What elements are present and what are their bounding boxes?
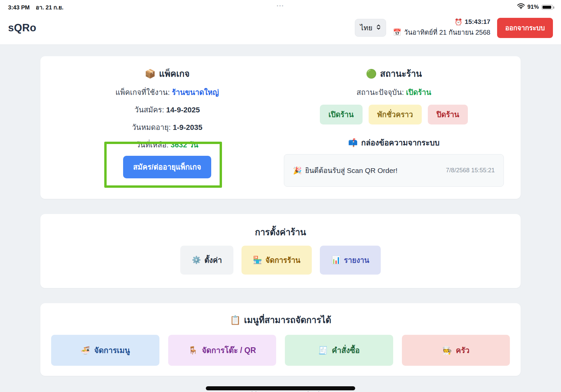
package-title: 📦 แพ็คเกจ xyxy=(54,68,280,80)
package-column: 📦 แพ็คเกจ แพ็คเกจที่ใช้งาน: ร้านขนาดใหญ่… xyxy=(54,68,280,187)
status-time: 3:43 PM xyxy=(8,4,30,11)
package-remaining-row: วันที่เหลือ: 3632 วัน xyxy=(54,140,280,150)
status-right: 91% xyxy=(517,3,553,11)
top-chrome: 3:43 PM อา. 21 ก.ย. ••• 91% xyxy=(0,0,561,45)
pause-store-button[interactable]: พักชั่วคราว xyxy=(369,105,422,124)
store-status-column: 🟢 สถานะร้าน สถานะปัจจุบัน: เปิดร้าน เปิด… xyxy=(280,68,507,187)
inbox-title: 📫 กล่องข้อความจากระบบ xyxy=(280,137,507,149)
package-start-value: 14-9-2025 xyxy=(166,106,200,114)
store-settings-buttons: ⚙️ ตั้งค่า 🏪 จัดการร้าน 📊 รายงาน xyxy=(54,246,507,275)
manageable-menus-title: 📋 เมนูที่สามารถจัดการได้ xyxy=(51,314,510,326)
app-logo: sQRo xyxy=(8,22,36,34)
close-store-button[interactable]: ปิดร้าน xyxy=(428,105,468,124)
language-select[interactable]: ไทย xyxy=(355,19,386,37)
header-right: ไทย ⏰ 15:43:17 📅 วันอา xyxy=(355,18,553,38)
system-message-body: ยินดีต้อนรับสู่ Scan QR Order! xyxy=(305,165,398,176)
logout-button[interactable]: ออกจากระบบ xyxy=(497,18,553,38)
open-store-button[interactable]: เปิดร้าน xyxy=(320,105,363,124)
header-datetime: ⏰ 15:43:17 📅 วันอาทิตย์ที่ 21 กันยายน 25… xyxy=(393,18,490,38)
manageable-menus-title-text: เมนูที่สามารถจัดการได้ xyxy=(244,314,331,326)
green-circle-icon: 🟢 xyxy=(366,68,377,80)
package-active-value[interactable]: ร้านขนาดใหญ่ xyxy=(172,88,219,97)
gear-icon: ⚙️ xyxy=(192,256,201,264)
orders-button[interactable]: 🧾 คำสั่งซื้อ xyxy=(285,335,393,366)
battery-icon xyxy=(541,5,553,10)
alarm-clock-icon: ⏰ xyxy=(454,18,462,26)
package-remaining-value: 3632 วัน xyxy=(171,141,198,149)
home-indicator-handle[interactable] xyxy=(206,386,355,390)
manageable-menus-buttons: 🍜 จัดการเมนู 🪑 จัดการโต๊ะ / QR 🧾 คำสั่งซ… xyxy=(51,335,510,366)
system-message-text: 🎉 ยินดีต้อนรับสู่ Scan QR Order! xyxy=(293,165,398,176)
wifi-icon xyxy=(517,3,525,11)
ios-status-bar: 3:43 PM อา. 21 ก.ย. ••• 91% xyxy=(8,3,553,11)
package-status-card: 📦 แพ็คเกจ แพ็คเกจที่ใช้งาน: ร้านขนาดใหญ่… xyxy=(40,56,521,199)
store-status-title-text: สถานะร้าน xyxy=(380,68,422,80)
footer-credit: © Powered by Scan QR Order | © 2025 xyxy=(0,390,561,392)
store-status-title: 🟢 สถานะร้าน xyxy=(280,68,507,80)
manage-menu-button[interactable]: 🍜 จัดการเมนู xyxy=(51,335,159,366)
inbox-title-text: กล่องข้อความจากระบบ xyxy=(361,137,440,149)
header-clock: ⏰ 15:43:17 xyxy=(393,18,490,26)
party-popper-icon: 🎉 xyxy=(293,167,302,175)
manage-tables-qr-button[interactable]: 🪑 จัดการโต๊ะ / QR xyxy=(168,335,276,366)
kitchen-button[interactable]: 🧑‍🍳 ครัว xyxy=(402,335,510,366)
chair-icon: 🪑 xyxy=(188,346,198,355)
package-expiry-label: วันหมดอายุ: xyxy=(132,123,171,132)
chevron-up-down-icon xyxy=(376,24,381,32)
battery-percent: 91% xyxy=(527,4,539,10)
mailbox-icon: 📫 xyxy=(348,137,358,149)
package-start-row: วันสมัคร: 14-9-2025 xyxy=(54,105,280,115)
reports-button-label: รายงาน xyxy=(344,254,369,266)
status-left: 3:43 PM อา. 21 ก.ย. xyxy=(8,3,64,12)
kitchen-button-label: ครัว xyxy=(456,344,470,356)
system-message-timestamp: 7/8/2568 15:55:21 xyxy=(446,167,495,174)
manage-store-button-label: จัดการร้าน xyxy=(265,254,300,266)
status-date: อา. 21 ก.ย. xyxy=(36,3,64,12)
receipt-icon: 🧾 xyxy=(318,346,328,355)
store-settings-title-text: การตั้งค่าร้าน xyxy=(255,226,306,238)
package-expiry-row: วันหมดอายุ: 1-9-2035 xyxy=(54,123,280,132)
system-message-item[interactable]: 🎉 ยินดีต้อนรับสู่ Scan QR Order! 7/8/256… xyxy=(284,154,504,187)
package-start-label: วันสมัคร: xyxy=(135,106,164,114)
renew-package-button[interactable]: สมัคร/ต่ออายุแพ็กเกจ xyxy=(123,156,211,178)
settings-button-label: ตั้งค่า xyxy=(204,254,222,266)
manage-store-button[interactable]: 🏪 จัดการร้าน xyxy=(241,246,312,275)
current-status-row: สถานะปัจจุบัน: เปิดร้าน xyxy=(280,88,507,97)
multitask-handle-icon[interactable]: ••• xyxy=(277,3,285,8)
package-remaining-label: วันที่เหลือ: xyxy=(136,141,169,149)
battery-fill xyxy=(543,6,551,9)
noodle-bowl-icon: 🍜 xyxy=(80,346,90,355)
orders-button-label: คำสั่งซื้อ xyxy=(332,344,360,356)
battery-nub xyxy=(553,6,555,9)
language-select-label: ไทย xyxy=(360,22,372,33)
app-header: sQRo ไทย ⏰ 15:43:17 xyxy=(8,11,553,44)
manage-menu-button-label: จัดการเมนู xyxy=(94,344,130,356)
current-status-label: สถานะปัจจุบัน: xyxy=(357,88,404,97)
header-date-text: วันอาทิตย์ที่ 21 กันยายน 2568 xyxy=(404,27,490,38)
manage-tables-qr-button-label: จัดการโต๊ะ / QR xyxy=(202,344,256,356)
store-status-buttons: เปิดร้าน พักชั่วคราว ปิดร้าน xyxy=(280,105,507,124)
calendar-icon: 📅 xyxy=(393,28,401,36)
header-date: 📅 วันอาทิตย์ที่ 21 กันยายน 2568 xyxy=(393,27,490,38)
package-active-label: แพ็คเกจที่ใช้งาน: xyxy=(115,88,170,97)
package-expiry-value: 1-9-2035 xyxy=(173,123,202,132)
bar-chart-icon: 📊 xyxy=(331,256,340,264)
package-icon: 📦 xyxy=(145,68,155,80)
clipboard-icon: 📋 xyxy=(230,314,240,326)
package-title-text: แพ็คเกจ xyxy=(159,68,190,80)
convenience-store-icon: 🏪 xyxy=(253,256,262,264)
store-settings-title: การตั้งค่าร้าน xyxy=(54,226,507,238)
header-clock-time: 15:43:17 xyxy=(465,18,490,26)
package-active-row: แพ็คเกจที่ใช้งาน: ร้านขนาดใหญ่ xyxy=(54,88,280,97)
reports-button[interactable]: 📊 รายงาน xyxy=(320,246,381,275)
store-settings-card: การตั้งค่าร้าน ⚙️ ตั้งค่า 🏪 จัดการร้าน 📊… xyxy=(40,214,521,288)
settings-button[interactable]: ⚙️ ตั้งค่า xyxy=(180,246,233,275)
manageable-menus-card: 📋 เมนูที่สามารถจัดการได้ 🍜 จัดการเมนู 🪑 … xyxy=(40,303,521,376)
cook-icon: 🧑‍🍳 xyxy=(442,346,452,355)
current-status-value: เปิดร้าน xyxy=(406,88,431,97)
app-page: 3:43 PM อา. 21 ก.ย. ••• 91% xyxy=(0,0,561,392)
